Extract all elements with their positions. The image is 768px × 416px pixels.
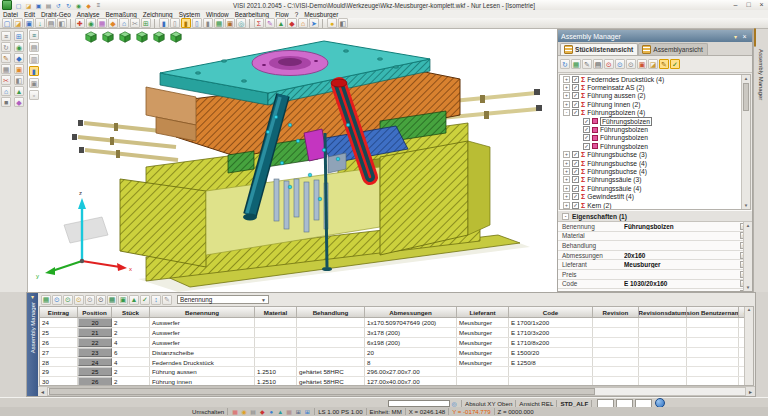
scroll-down-icon[interactable]: ▼ [744,285,752,290]
table-cell[interactable] [297,358,365,367]
sort-up-icon[interactable]: ▲ [129,295,139,305]
table-header-cell[interactable]: Behandlung [297,307,365,317]
tree-group[interactable]: - Führungsbolzen (4) [560,109,750,117]
table-cell[interactable]: 1.2510 [255,377,297,386]
scroll-up-icon[interactable]: ▲ [742,76,750,81]
table-cell[interactable] [639,348,687,357]
snap-icon[interactable]: ◉ [86,18,96,28]
search-all-icon[interactable]: ⊙ [85,295,95,305]
shell-icon[interactable]: ⌂ [1,86,11,96]
table-cell[interactable]: 25 [78,367,112,376]
search-part-icon[interactable]: ⊙ [74,295,84,305]
collapse-icon[interactable]: - [562,213,569,220]
zoom-icon[interactable]: ◉ [14,42,24,52]
table-cell[interactable] [687,348,739,357]
scroll-right-icon[interactable]: ► [746,389,755,395]
table-cell[interactable]: 296.00x27.00x7.00 [365,367,457,376]
table-cell[interactable]: 8 [365,358,457,367]
checkbox-checked-icon[interactable] [572,176,579,183]
table-cell[interactable] [457,377,509,386]
table-cell[interactable]: Auswerfer [150,318,255,327]
table-header-cell[interactable]: Material [255,307,297,317]
expander-icon[interactable]: + [563,202,570,209]
bom-table[interactable]: EintragPositionStückBenennungMaterialBeh… [39,306,754,386]
table-cell[interactable]: 28 [40,358,78,367]
tree-group[interactable]: + Führungsbuchse (3) [560,151,750,159]
new-file-icon[interactable]: ▢ [14,1,23,9]
table-cell[interactable]: 1x170.5097047649 (200) [365,318,457,327]
table-row[interactable]: 24202Auswerfer1x170.5097047649 (200)Meus… [40,318,754,328]
menu-item[interactable]: Edit [21,11,38,18]
tree-group[interactable]: + Gewindestift (4) [560,192,750,200]
toolbar-icon[interactable] [154,19,156,28]
cavity-wall-left[interactable] [120,179,206,267]
table-cell[interactable]: 21 [78,328,112,337]
table-cell[interactable]: 2 [112,367,150,376]
expander-icon[interactable]: + [563,151,570,158]
scroll-thumb[interactable] [49,388,595,395]
bom-icon[interactable]: Σ [254,18,264,28]
wcs-toggle-icon[interactable]: ● [267,408,275,416]
expander-icon[interactable]: + [563,193,570,200]
expander-icon[interactable]: - [563,109,570,116]
menu-item[interactable]: Bemaßung [103,11,140,18]
side-plate-tan[interactable] [146,87,196,125]
mesh-icon[interactable]: ⊞ [141,18,151,28]
table-cell[interactable]: E 1500/20 [509,348,593,357]
table-cell[interactable] [509,367,593,376]
boolean-icon[interactable]: ■ [1,97,11,107]
tree-scrollbar[interactable]: ▲ ▼ [741,75,750,209]
viewport-menu-icon[interactable]: ≡ [29,30,39,40]
table-cell[interactable]: 6x198 (200) [365,338,457,347]
table-cell[interactable] [687,358,739,367]
table-cell[interactable] [593,338,639,347]
menu-item[interactable]: Draht-Geo [38,11,74,18]
table-cell[interactable] [255,328,297,337]
edit-properties-icon[interactable]: ✎ [659,59,669,69]
maximize-button[interactable]: □ [742,1,755,10]
property-value[interactable]: Meusburger [624,261,740,268]
shaded-icon[interactable]: ▮ [29,66,39,76]
scroll-track[interactable] [47,387,746,396]
table-row[interactable]: 29252Führung aussen1.2510gehärtet 58HRC2… [40,367,754,377]
refresh-icon[interactable]: ◉ [74,1,83,9]
ortho-toggle-icon[interactable]: ▤ [249,408,257,416]
new-file-icon[interactable]: ▢ [2,18,12,28]
table-header-cell[interactable]: Revision [593,307,639,317]
trim-icon[interactable]: ✂ [130,18,140,28]
layer-add-icon[interactable]: ▯ [192,18,202,28]
search-icon[interactable]: ⊙ [615,59,625,69]
print-icon[interactable]: ▤ [593,59,603,69]
pin-icon[interactable]: ▾ [731,33,740,40]
layer-active-icon[interactable]: ▮ [181,18,191,28]
tab-stuecklistenansicht[interactable]: Stücklistenansicht [560,43,638,55]
edit-icon[interactable]: ✎ [582,59,592,69]
table-cell[interactable]: 30 [40,377,78,386]
property-value[interactable]: Führungsbolzen [624,223,740,230]
image-icon[interactable]: ▦ [41,295,51,305]
cut-icon[interactable]: ✂ [1,75,11,85]
expander-icon[interactable]: + [563,185,570,192]
grid-toggle-icon[interactable]: ▦ [231,408,239,416]
table-row[interactable]: 30262Führung innen1.2510gehärtet 58HRC12… [40,377,754,386]
expander-icon[interactable]: + [563,176,570,183]
table-cell[interactable] [255,358,297,367]
tree-item[interactable]: Führungsbolzen [560,134,750,142]
command-input[interactable] [388,400,450,407]
table-header-cell[interactable]: Benennung [150,307,255,317]
grid-icon[interactable]: ▦ [97,18,107,28]
table-row[interactable]: 27236Distanzscheibe20MeusburgerE 1500/20 [40,348,754,358]
search-icon[interactable]: ⊙ [52,295,62,305]
component-icon[interactable]: ▦ [571,59,581,69]
table-cell[interactable]: 20 [78,318,112,327]
table-cell[interactable]: 2 [112,328,150,337]
search-add-icon[interactable]: ⊙ [63,295,73,305]
checkbox-checked-icon[interactable] [583,134,590,141]
layer-off-icon[interactable]: ▯ [170,18,180,28]
table-cell[interactable]: Meusburger [457,338,509,347]
cavity-wall-right-face[interactable] [468,141,490,235]
iso-view-icon-6[interactable] [169,30,182,43]
table-row[interactable]: 28244Federndes Druckstück8MeusburgerE 12… [40,358,754,368]
table-cell[interactable]: Auswerfer [150,338,255,347]
print-icon[interactable]: ▤ [46,18,56,28]
